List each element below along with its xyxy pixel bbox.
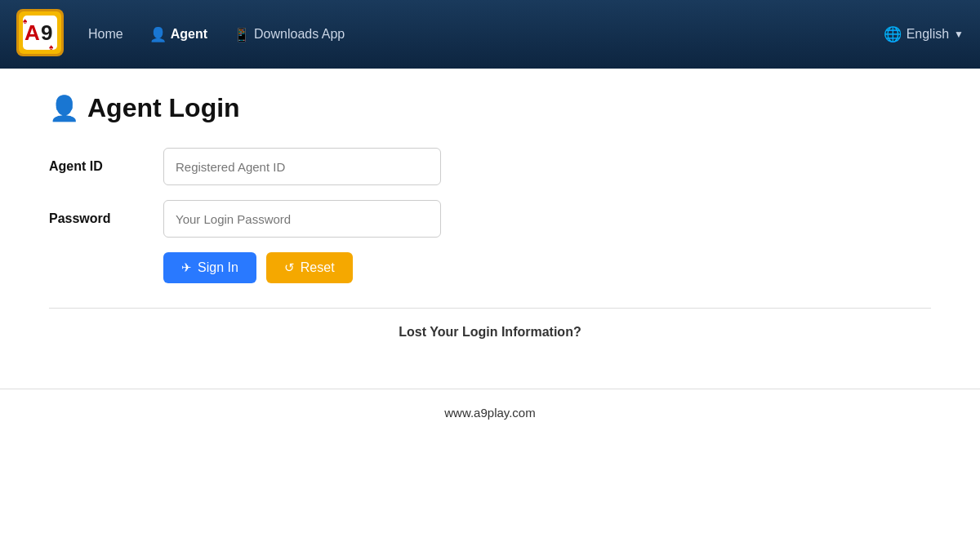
globe-icon: 🌐 bbox=[884, 25, 902, 43]
form-actions: ✈ Sign In ↺ Reset bbox=[163, 252, 931, 283]
agent-title-icon: 👤 bbox=[49, 94, 79, 122]
login-form: Agent ID Password ✈ Sign In ↺ Reset bbox=[49, 148, 931, 283]
password-row: Password bbox=[49, 200, 931, 238]
svg-text:♠: ♠ bbox=[23, 16, 28, 25]
nav-home[interactable]: Home bbox=[78, 22, 133, 47]
navbar-links: Home 👤 Agent 📱 Downloads App bbox=[78, 21, 884, 48]
agent-id-label: Agent ID bbox=[49, 159, 163, 174]
page-title: 👤 Agent Login bbox=[49, 93, 931, 123]
language-selector[interactable]: 🌐 English ▼ bbox=[884, 25, 964, 43]
divider-top bbox=[49, 308, 931, 309]
reset-icon: ↺ bbox=[284, 260, 295, 275]
reset-button[interactable]: ↺ Reset bbox=[266, 252, 353, 283]
footer: www.a9play.com bbox=[0, 389, 980, 436]
main-content: 👤 Agent Login Agent ID Password ✈ Sign I… bbox=[0, 69, 980, 389]
signin-button[interactable]: ✈ Sign In bbox=[163, 252, 256, 283]
agent-id-row: Agent ID bbox=[49, 148, 931, 185]
navbar: A 9 ♠ ♠ Home 👤 Agent 📱 Downloads App 🌐 E… bbox=[0, 0, 980, 69]
svg-text:♠: ♠ bbox=[49, 42, 54, 51]
agent-icon: 👤 bbox=[149, 26, 167, 43]
logo[interactable]: A 9 ♠ ♠ bbox=[16, 9, 64, 60]
agent-id-input[interactable] bbox=[163, 148, 441, 185]
nav-agent[interactable]: 👤 Agent bbox=[140, 21, 217, 48]
password-input[interactable] bbox=[163, 200, 441, 238]
nav-downloads[interactable]: 📱 Downloads App bbox=[224, 22, 354, 47]
password-label: Password bbox=[49, 211, 163, 226]
svg-text:9: 9 bbox=[41, 20, 52, 45]
footer-url: www.a9play.com bbox=[444, 406, 535, 420]
chevron-down-icon: ▼ bbox=[954, 29, 964, 40]
mobile-icon: 📱 bbox=[234, 27, 250, 42]
lost-info-link[interactable]: Lost Your Login Information? bbox=[49, 325, 931, 340]
signin-icon: ✈ bbox=[181, 260, 192, 275]
